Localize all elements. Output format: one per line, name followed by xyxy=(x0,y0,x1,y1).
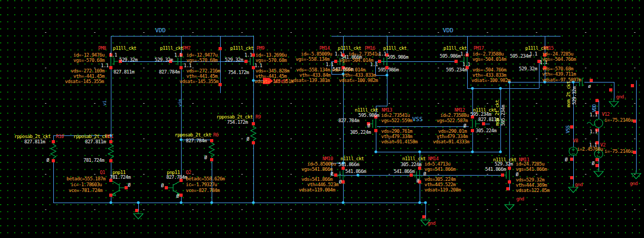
q2-collector-voltage: Ø xyxy=(176,194,179,199)
pm15-name[interactable]: PM15 xyxy=(543,45,554,51)
pm16-bulk2: 1.1 xyxy=(370,62,378,67)
nm10-cell[interactable]: n11ll_ckt xyxy=(340,156,364,161)
q1-vce: vce=-781.724m xyxy=(69,188,102,193)
pm7-cell[interactable]: p11ll_ckt xyxy=(160,45,183,51)
r11-bot-voltage: 781.724m xyxy=(83,158,104,163)
pm17-vth: vth=-433.833m xyxy=(472,72,506,78)
nm10-name[interactable]: NM10 xyxy=(323,156,333,161)
pm17-name[interactable]: PM17 xyxy=(473,45,484,51)
pm8-vdsat: vdsat=-145.355m xyxy=(65,79,104,84)
pm17-bulk: 1.1 xyxy=(460,51,468,57)
pm9-bulk2: 1.1 xyxy=(254,63,262,68)
pm9-name[interactable]: PM9 xyxy=(257,45,264,51)
nm13-vds: vds=290.761m xyxy=(381,129,412,134)
v2-current: i=-75.2146u xyxy=(604,149,633,154)
pm9-cell[interactable]: p11ll_ckt xyxy=(230,45,253,51)
q1-betadc: betadc=555.187m xyxy=(67,176,106,181)
nm12-id: id=2.73588u xyxy=(440,113,469,118)
nm12-vdsat: vdsat=91.4333m xyxy=(433,139,469,144)
net-vdd-rotated[interactable]: VDD xyxy=(592,104,597,112)
nm10-zero: Ø xyxy=(330,171,333,177)
pm17-cell[interactable]: p11ll_ckt xyxy=(443,45,467,51)
nm13-source-voltage: 305.224m xyxy=(350,130,371,135)
pm7-gate-voltage: 529.32m xyxy=(155,57,173,62)
net-vi[interactable]: vi xyxy=(102,100,107,106)
r9-name[interactable]: R9 xyxy=(255,114,261,120)
pm16-cell[interactable]: p11ll_ckt xyxy=(383,45,406,51)
pm15-vdsat: vdsat=-97.5897m xyxy=(542,77,581,83)
net-vin[interactable]: vin xyxy=(177,99,183,107)
nm14-vds: vds=305.224m xyxy=(424,177,456,182)
pm7-vdsat: vdsat=-145.355m xyxy=(179,79,219,84)
pm16-bulk: 1.1 xyxy=(378,51,386,57)
nm11-vth: vth=444.369m xyxy=(516,182,547,188)
nm14-cell[interactable]: n11ll_ckt xyxy=(402,156,425,161)
pm16-vth: vth=-433.833m xyxy=(342,72,376,78)
net-vdd-left[interactable]: VDD xyxy=(155,28,166,33)
nm14-name[interactable]: NM14 xyxy=(428,156,439,161)
net-vss[interactable]: VSS xyxy=(412,117,423,122)
gnd-label-right: gnd. xyxy=(616,94,627,99)
r11-cell[interactable]: rpposab_2t_ckt xyxy=(73,134,110,139)
pm8-name[interactable]: PM8 xyxy=(98,45,106,51)
nm11-id: id=24.7285u xyxy=(516,161,544,167)
nm14-gate-voltage: 541.866m xyxy=(394,169,414,174)
r6-name[interactable]: R6 xyxy=(213,132,219,138)
r9-cell[interactable]: rpposab_2t_ckt xyxy=(216,114,253,120)
net-vdd-right[interactable]: VDD xyxy=(443,28,453,33)
nm10-vgs: vgs=541.866m xyxy=(301,167,333,172)
pm9-bulk: 1.1 xyxy=(244,52,252,58)
pm15-vgs: vgs=-504.766m xyxy=(542,57,576,62)
nm12-vds: vds=290.01m xyxy=(438,129,467,134)
pm15-vds: vds=-570.68m xyxy=(542,66,573,71)
pm16-name[interactable]: PM16 xyxy=(365,45,375,51)
nm13-cell[interactable]: n11ll_ckt xyxy=(355,107,378,113)
nm14-vth: vth=445.522m xyxy=(424,182,456,187)
pm8-cell[interactable]: p11ll_ckt xyxy=(113,45,136,51)
r10-name[interactable]: R10 xyxy=(56,134,64,139)
pm14-vdsat: vdsat=-139.381m xyxy=(291,78,330,83)
pm14-name[interactable]: PM14 xyxy=(319,45,330,51)
nm11-gnd-label: gnd xyxy=(516,196,524,202)
nm12-drain-voltage: 595.234m xyxy=(470,112,491,117)
nm11-vdsat: vdsat=122.85m xyxy=(516,188,550,193)
pm15-vth: vth=-439.711m xyxy=(542,71,576,77)
pm8-gate-voltage: 529.32m xyxy=(119,57,137,62)
v12-name[interactable]: V12 xyxy=(602,112,610,117)
pm7-name[interactable]: PM7 xyxy=(183,45,191,51)
nm14-vdsat: vdsat=119.208m xyxy=(424,187,461,193)
net-vss-rotated[interactable]: VSS xyxy=(565,125,571,133)
pm16-id: id=-2.73541u xyxy=(348,51,380,57)
gnd-label-center: gnd xyxy=(428,221,435,226)
pm14-vds: vds=-558.134m xyxy=(296,67,330,72)
r6-cell[interactable]: rpposab_2t_ckt xyxy=(175,132,211,138)
r10-top-voltage: 827.811m xyxy=(24,139,45,144)
nm12-name[interactable]: NM12 xyxy=(454,107,465,113)
pm7-bulk: 1.1 xyxy=(174,52,182,58)
pm16-vgs: vgs=-504.014m xyxy=(339,58,373,63)
pm16-vdsat: vdsat=-100.982m xyxy=(339,78,378,83)
r11-name[interactable]: R11 xyxy=(106,134,113,139)
r10-cell[interactable]: rpposab_2t_ckt xyxy=(14,134,51,139)
pm17-vgs: vgs=-504.014m xyxy=(472,57,506,62)
pm7-bulk2: 1.1 xyxy=(184,63,192,68)
cap1-cell[interactable]: mom_2t_ckt xyxy=(495,100,500,126)
schematic-canvas[interactable]: VDD VDD Vref vi vin VSS VDD VSS PM8 p11l… xyxy=(0,0,644,238)
q1-name[interactable]: Q1 xyxy=(100,170,105,175)
v8-name[interactable]: V8 xyxy=(573,138,578,143)
pm9-gate-voltage: 529.32m xyxy=(225,57,243,62)
r9-bot-voltage: Ø xyxy=(247,136,249,142)
pm14-cell[interactable]: p11ll_ckt xyxy=(338,45,361,51)
pm9-id: id=-13.2696u xyxy=(255,52,287,58)
nm10-gate-voltage: 541.866m xyxy=(345,169,366,174)
device-symbols[interactable] xyxy=(0,0,644,238)
nm11-vds: vds=529.32m xyxy=(516,177,544,182)
q2-ic: ic=-1.79327u xyxy=(186,182,217,187)
cap2-cell[interactable]: mom_2t_ckt xyxy=(566,81,571,107)
q1-emitter-voltage: 781.724m xyxy=(110,175,130,180)
nm10-zero2: Ø xyxy=(339,179,342,185)
pm17-id: id=-2.73588u xyxy=(472,51,504,57)
cap2-node-voltage: 529.32m xyxy=(572,87,577,105)
nm13-name[interactable]: NM13 xyxy=(382,107,392,113)
pm7-vth: vth=-441.45m xyxy=(186,74,217,79)
